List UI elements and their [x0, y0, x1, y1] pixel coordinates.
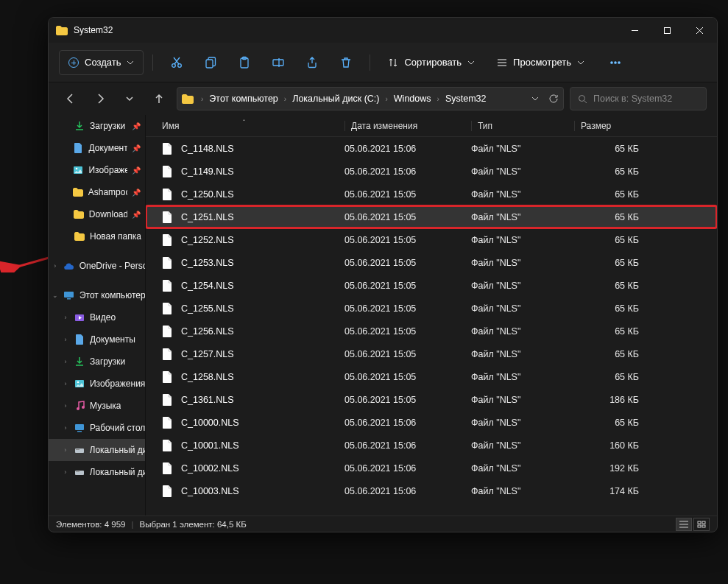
- file-name: C_1257.NLS: [181, 349, 344, 359]
- file-row[interactable]: C_1256.NLS05.06.2021 15:05Файл "NLS"65 К…: [146, 320, 717, 342]
- file-size: 65 КБ: [574, 326, 639, 337]
- file-icon: [162, 166, 174, 177]
- file-row[interactable]: C_1149.NLS05.06.2021 15:06Файл "NLS"65 К…: [146, 160, 717, 183]
- breadcrumb-segment[interactable]: Windows: [392, 94, 433, 104]
- chevron-right-icon: ›: [384, 95, 389, 103]
- breadcrumb-segment[interactable]: System32: [444, 94, 488, 104]
- close-button[interactable]: [683, 18, 715, 43]
- refresh-button[interactable]: [548, 94, 559, 104]
- share-button[interactable]: [297, 49, 327, 76]
- sidebar-item[interactable]: Downloads📌: [49, 203, 145, 225]
- breadcrumb-segment[interactable]: Этот компьютер: [208, 94, 279, 104]
- recent-dropdown[interactable]: [118, 87, 141, 110]
- file-row[interactable]: C_1252.NLS05.06.2021 15:05Файл "NLS"65 К…: [146, 228, 717, 251]
- file-date: 05.06.2021 15:05: [344, 235, 471, 245]
- sidebar-item[interactable]: ›Локальный ди: [49, 439, 145, 461]
- sidebar-item-label: Локальный ди: [90, 467, 145, 477]
- sidebar[interactable]: Загрузки📌Документы📌Изображен📌Ashampoo S📌…: [49, 115, 146, 516]
- sidebar-item[interactable]: Новая папка: [49, 225, 145, 247]
- file-row[interactable]: C_10001.NLS05.06.2021 15:06Файл "NLS"160…: [146, 434, 717, 457]
- sidebar-item-label: Этот компьютер: [79, 290, 145, 300]
- file-rows: C_1148.NLS05.06.2021 15:06Файл "NLS"65 К…: [146, 137, 717, 516]
- svg-rect-42: [698, 525, 701, 527]
- more-button[interactable]: [601, 49, 630, 76]
- pin-icon: 📌: [132, 189, 141, 197]
- new-button[interactable]: Создать: [59, 50, 144, 75]
- up-button[interactable]: [147, 87, 171, 110]
- sidebar-item[interactable]: ›Загрузки: [49, 351, 145, 373]
- file-row[interactable]: C_1257.NLS05.06.2021 15:05Файл "NLS"65 К…: [146, 342, 717, 365]
- sidebar-item[interactable]: ›Изображения: [49, 373, 145, 395]
- back-button[interactable]: [59, 87, 82, 110]
- sidebar-item[interactable]: ›Локальный ди: [49, 461, 145, 483]
- sidebar-item[interactable]: ›Видео: [49, 306, 145, 328]
- file-row[interactable]: C_1251.NLS05.06.2021 15:05Файл "NLS"65 К…: [146, 205, 717, 228]
- view-button[interactable]: Просмотреть: [488, 50, 593, 75]
- sort-button[interactable]: Сортировать: [379, 50, 484, 75]
- paste-button[interactable]: [230, 49, 259, 76]
- file-size: 65 КБ: [574, 372, 639, 382]
- file-row[interactable]: C_1254.NLS05.06.2021 15:05Файл "NLS"65 К…: [146, 274, 717, 297]
- file-name: C_1361.NLS: [181, 395, 344, 405]
- file-name: C_1255.NLS: [181, 303, 344, 314]
- sidebar-item-label: Рабочий стол: [90, 423, 145, 433]
- sidebar-item[interactable]: Загрузки📌: [49, 115, 145, 137]
- column-headers[interactable]: Имяˆ Дата изменения Тип Размер: [146, 115, 717, 137]
- sidebar-item[interactable]: ›OneDrive - Perso: [49, 255, 145, 277]
- details-view-button[interactable]: [676, 518, 692, 531]
- chevron-right-icon: ›: [436, 95, 441, 103]
- col-date[interactable]: Дата изменения: [344, 121, 471, 131]
- sidebar-item[interactable]: Изображен📌: [49, 159, 145, 181]
- chevron-icon: ›: [62, 358, 69, 365]
- title-bar[interactable]: System32: [49, 18, 717, 43]
- file-row[interactable]: C_10003.NLS05.06.2021 15:06Файл "NLS"174…: [146, 479, 717, 502]
- col-size[interactable]: Размер: [574, 121, 648, 131]
- sidebar-item[interactable]: Документы📌: [49, 137, 145, 159]
- file-row[interactable]: C_1253.NLS05.06.2021 15:05Файл "NLS"65 К…: [146, 251, 717, 274]
- sidebar-item[interactable]: ›Рабочий стол: [49, 417, 145, 439]
- file-name: C_10003.NLS: [181, 486, 344, 496]
- minimize-button[interactable]: [618, 18, 651, 43]
- toolbar: Создать Сортировать Просмотреть: [49, 43, 717, 82]
- sidebar-item-label: OneDrive - Perso: [79, 261, 145, 271]
- file-icon: [162, 440, 174, 451]
- sidebar-item[interactable]: Ashampoo S📌: [49, 181, 145, 203]
- file-icon: [162, 371, 174, 383]
- file-row[interactable]: C_10002.NLS05.06.2021 15:06Файл "NLS"192…: [146, 457, 717, 479]
- col-name[interactable]: Имяˆ: [162, 121, 344, 131]
- file-row[interactable]: C_1255.NLS05.06.2021 15:05Файл "NLS"65 К…: [146, 297, 717, 320]
- chevron-down-icon: [127, 59, 134, 66]
- address-bar[interactable]: › Этот компьютер › Локальный диск (C:) ›…: [177, 87, 564, 110]
- chevron-down-icon[interactable]: [531, 94, 540, 103]
- sidebar-item[interactable]: ›Музыка: [49, 395, 145, 417]
- file-row[interactable]: C_1258.NLS05.06.2021 15:05Файл "NLS"65 К…: [146, 365, 717, 388]
- maximize-button[interactable]: [651, 18, 683, 43]
- file-date: 05.06.2021 15:06: [344, 144, 471, 154]
- chevron-icon: ›: [62, 446, 69, 454]
- file-row[interactable]: C_10000.NLS05.06.2021 15:06Файл "NLS"65 …: [146, 411, 717, 434]
- explorer-window: System32 Создать Сортировать Просмотреть: [48, 17, 718, 532]
- file-type: Файл "NLS": [471, 395, 574, 405]
- file-type: Файл "NLS": [471, 326, 574, 337]
- download-icon: [74, 120, 85, 132]
- sidebar-item[interactable]: ⌄Этот компьютер: [49, 284, 145, 306]
- file-row[interactable]: C_1148.NLS05.06.2021 15:06Файл "NLS"65 К…: [146, 137, 717, 160]
- cut-button[interactable]: [162, 49, 191, 76]
- rename-button[interactable]: [264, 49, 293, 76]
- forward-button[interactable]: [88, 87, 112, 110]
- svg-line-8: [174, 57, 179, 64]
- music-icon: [74, 400, 85, 412]
- copy-button[interactable]: [196, 49, 225, 76]
- file-date: 05.06.2021 15:05: [344, 281, 471, 291]
- breadcrumb-segment[interactable]: Локальный диск (C:): [291, 94, 381, 104]
- search-input[interactable]: Поиск в: System32: [570, 87, 707, 110]
- file-row[interactable]: C_1250.NLS05.06.2021 15:05Файл "NLS"65 К…: [146, 183, 717, 205]
- svg-rect-40: [698, 521, 701, 524]
- window-title: System32: [74, 25, 113, 35]
- svg-point-23: [76, 168, 78, 170]
- sidebar-item[interactable]: ›Документы: [49, 328, 145, 351]
- icons-view-button[interactable]: [693, 518, 710, 531]
- delete-button[interactable]: [331, 49, 361, 76]
- file-row[interactable]: C_1361.NLS05.06.2021 15:05Файл "NLS"186 …: [146, 388, 717, 411]
- col-type[interactable]: Тип: [471, 121, 574, 131]
